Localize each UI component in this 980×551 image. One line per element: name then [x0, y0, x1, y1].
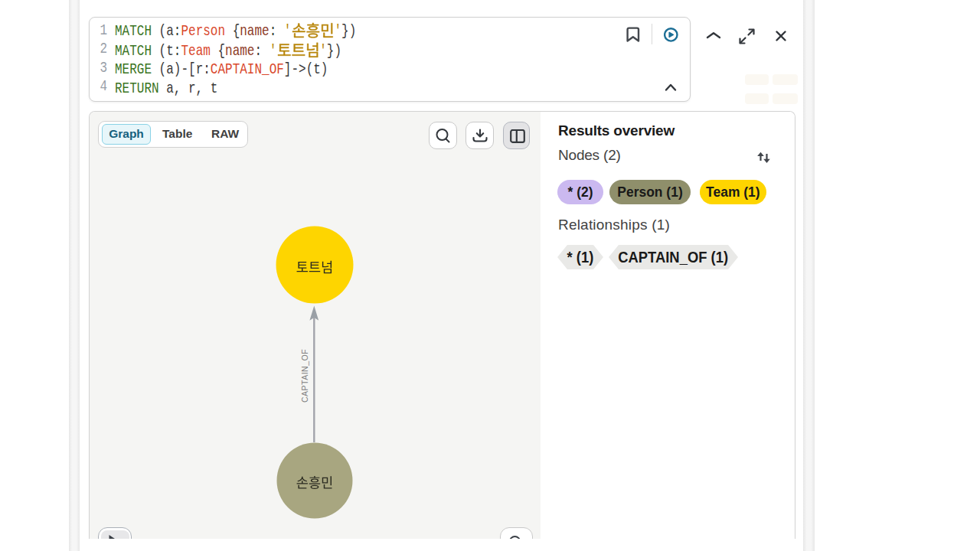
svg-text:CAPTAIN_OF: CAPTAIN_OF: [300, 349, 309, 403]
